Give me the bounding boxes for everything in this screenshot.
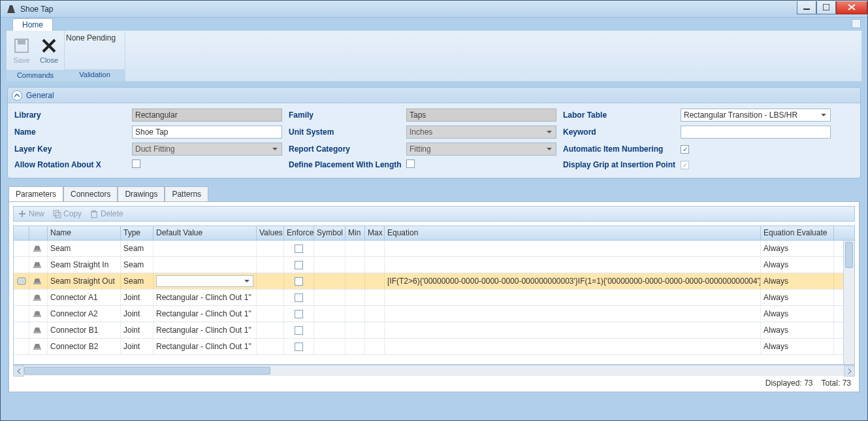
app-window: Shoe Tap Home Save Close Commands	[0, 0, 868, 421]
label-report-category: Report Category	[289, 144, 406, 154]
cell-min	[346, 290, 365, 305]
horizontal-scrollbar[interactable]	[13, 365, 855, 376]
tab-connectors[interactable]: Connectors	[63, 186, 118, 201]
col-default[interactable]: Default Value	[153, 226, 257, 240]
display-grip-checkbox	[681, 161, 689, 169]
cell-type: Seam	[121, 241, 153, 256]
enforce-checkbox[interactable]	[295, 261, 303, 269]
general-header[interactable]: General	[8, 88, 860, 103]
scroll-left-arrow[interactable]	[13, 365, 24, 377]
col-icon[interactable]	[29, 226, 48, 240]
row-marker	[14, 339, 29, 354]
enforce-checkbox[interactable]	[295, 326, 303, 335]
vertical-scrollbar[interactable]	[843, 241, 854, 364]
cell-values	[257, 290, 284, 305]
cell-eq-eval: Always	[761, 273, 834, 289]
grid-status: Displayed: 73 Total: 73	[13, 376, 855, 388]
cell-max	[365, 241, 385, 256]
layer-key-select: Duct Fitting	[132, 143, 282, 156]
parameter-icon	[29, 241, 48, 256]
scrollbar-thumb[interactable]	[845, 242, 853, 268]
table-row[interactable]: Connector B2JointRectangular - Clinch Ou…	[14, 339, 854, 355]
ribbon-collapse-icon[interactable]	[852, 19, 861, 28]
total-label: Total:	[822, 379, 841, 388]
table-row[interactable]: Seam Straight InSeamAlways	[14, 257, 854, 273]
general-body: Library Rectangular Family Taps Labor Ta…	[8, 103, 860, 178]
labor-table-select[interactable]: Rectangular Transition - LBS/HR	[681, 109, 831, 122]
tab-patterns[interactable]: Patterns	[165, 186, 208, 201]
scroll-right-arrow[interactable]	[844, 365, 855, 377]
row-indicator-icon	[17, 277, 26, 285]
row-marker	[14, 257, 29, 273]
cell-eq-eval: Always	[761, 257, 834, 273]
col-symbol[interactable]: Symbol	[314, 226, 346, 240]
label-auto-numbering: Automatic Item Numbering	[563, 144, 681, 154]
table-row[interactable]: Connector B1JointRectangular - Clinch Ou…	[14, 322, 854, 339]
svg-marker-0	[7, 5, 15, 13]
col-values[interactable]: Values	[257, 226, 284, 240]
table-row[interactable]: Connector A2JointRectangular - Clinch Ou…	[14, 306, 854, 322]
table-row[interactable]: Seam Straight OutSeam[IF(T2>6){'00000000…	[14, 273, 854, 290]
maximize-button[interactable]	[816, 1, 836, 14]
hscroll-track[interactable]	[24, 365, 844, 376]
col-marker[interactable]	[14, 226, 29, 240]
col-max[interactable]: Max	[365, 226, 385, 240]
cell-equation	[385, 241, 761, 256]
cell-min	[346, 339, 365, 354]
default-value-select[interactable]	[156, 275, 253, 287]
keyword-field[interactable]	[681, 126, 831, 139]
enforce-checkbox[interactable]	[295, 343, 303, 351]
library-field: Rectangular	[132, 109, 282, 122]
hscroll-thumb[interactable]	[24, 367, 270, 375]
cell-max	[365, 306, 385, 322]
copy-button[interactable]: Copy	[52, 209, 82, 218]
delete-button[interactable]: Delete	[89, 209, 123, 218]
cell-values	[257, 273, 284, 289]
col-name[interactable]: Name	[48, 226, 121, 240]
close-button[interactable]	[836, 1, 867, 14]
svg-rect-13	[19, 279, 24, 283]
col-type[interactable]: Type	[121, 226, 153, 240]
table-row[interactable]: SeamSeamAlways	[14, 241, 854, 257]
ribbon-group-label-commands: Commands	[7, 70, 64, 81]
sub-tab-row: Parameters Connectors Drawings Patterns	[8, 186, 860, 201]
enforce-checkbox[interactable]	[295, 294, 303, 302]
name-field[interactable]: Shoe Tap	[132, 126, 282, 139]
cell-default	[153, 241, 257, 256]
label-library: Library	[14, 110, 132, 120]
allow-rotation-checkbox[interactable]	[132, 160, 140, 168]
enforce-checkbox[interactable]	[295, 310, 303, 318]
cell-max	[365, 257, 385, 273]
displayed-count: 73	[804, 379, 812, 388]
define-placement-checkbox[interactable]	[406, 160, 415, 168]
cell-default[interactable]	[153, 273, 257, 289]
tab-drawings[interactable]: Drawings	[118, 186, 165, 201]
tab-home[interactable]: Home	[12, 18, 53, 31]
col-enforce[interactable]: Enforce	[284, 226, 314, 240]
col-eq-eval[interactable]: Equation Evaluate	[761, 226, 834, 240]
col-min[interactable]: Min	[346, 226, 365, 240]
enforce-checkbox[interactable]	[295, 244, 303, 253]
tab-parameters[interactable]: Parameters	[8, 186, 63, 201]
cell-name: Connector B1	[48, 322, 121, 338]
label-name: Name	[14, 127, 132, 137]
grid-body: SeamSeamAlwaysSeam Straight InSeamAlways…	[14, 241, 854, 364]
save-button[interactable]: Save	[8, 32, 35, 69]
cell-enforce	[284, 306, 314, 322]
cell-default: Rectangular - Clinch Out 1"	[153, 290, 257, 305]
cell-default: Rectangular - Clinch Out 1"	[153, 306, 257, 322]
minimize-button[interactable]	[797, 1, 816, 14]
new-button[interactable]: New	[18, 209, 44, 218]
close-ribbon-button[interactable]: Close	[35, 32, 63, 69]
cell-symbol	[314, 257, 346, 273]
parameter-icon	[29, 290, 48, 305]
cell-enforce	[284, 322, 314, 338]
cell-values	[257, 241, 284, 256]
parameter-icon	[29, 257, 48, 273]
table-row[interactable]: Connector A1JointRectangular - Clinch Ou…	[14, 290, 854, 306]
col-equation[interactable]: Equation	[385, 226, 761, 240]
cell-name: Seam Straight In	[48, 257, 121, 273]
auto-numbering-checkbox[interactable]	[681, 145, 689, 154]
ribbon-body: Save Close Commands None Pending Validat…	[6, 31, 862, 82]
enforce-checkbox[interactable]	[295, 277, 303, 286]
